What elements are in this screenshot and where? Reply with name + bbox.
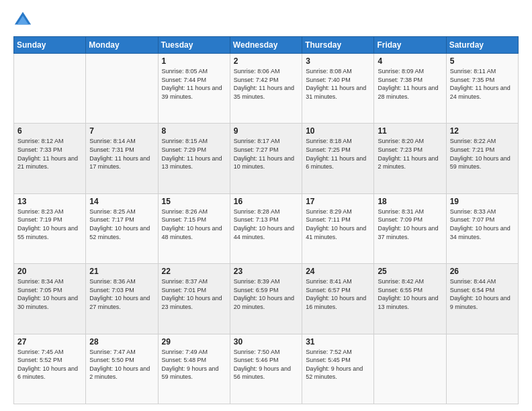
day-info: Sunrise: 8:15 AMSunset: 7:29 PMDaylight:…	[162, 137, 226, 171]
day-info: Sunrise: 8:06 AMSunset: 7:42 PMDaylight:…	[234, 67, 298, 101]
day-info: Sunrise: 8:29 AMSunset: 7:11 PMDaylight:…	[306, 208, 370, 241]
day-info: Sunrise: 8:25 AMSunset: 7:17 PMDaylight:…	[89, 208, 154, 241]
day-cell: 17Sunrise: 8:29 AMSunset: 7:11 PMDayligh…	[302, 193, 374, 263]
day-number: 13	[17, 197, 82, 206]
day-info: Sunrise: 7:50 AMSunset: 5:46 PMDaylight:…	[234, 348, 298, 381]
day-number: 2	[234, 56, 298, 66]
week-row-4: 20Sunrise: 8:34 AMSunset: 7:05 PMDayligh…	[14, 264, 519, 334]
day-info: Sunrise: 8:42 AMSunset: 6:55 PMDaylight:…	[378, 277, 442, 311]
day-cell: 13Sunrise: 8:23 AMSunset: 7:19 PMDayligh…	[14, 193, 86, 263]
day-number: 31	[306, 337, 370, 347]
day-number: 18	[378, 197, 442, 206]
day-info: Sunrise: 8:34 AMSunset: 7:05 PMDaylight:…	[17, 277, 82, 311]
day-info: Sunrise: 8:44 AMSunset: 6:54 PMDaylight:…	[450, 277, 515, 311]
day-number: 7	[89, 126, 154, 136]
day-cell: 8Sunrise: 8:15 AMSunset: 7:29 PMDaylight…	[158, 124, 230, 193]
day-info: Sunrise: 8:08 AMSunset: 7:40 PMDaylight:…	[306, 67, 370, 101]
day-cell	[86, 54, 158, 124]
day-number: 30	[234, 337, 298, 347]
day-number: 19	[450, 197, 515, 206]
day-cell: 5Sunrise: 8:11 AMSunset: 7:35 PMDaylight…	[446, 54, 518, 124]
weekday-thursday: Thursday	[302, 37, 374, 54]
day-number: 10	[306, 126, 370, 136]
day-number: 6	[17, 126, 82, 136]
day-number: 4	[378, 56, 442, 66]
day-cell: 12Sunrise: 8:22 AMSunset: 7:21 PMDayligh…	[446, 124, 518, 193]
logo	[13, 11, 35, 30]
day-number: 14	[89, 197, 154, 206]
weekday-tuesday: Tuesday	[158, 37, 230, 54]
day-cell: 11Sunrise: 8:20 AMSunset: 7:23 PMDayligh…	[374, 124, 446, 193]
day-cell: 3Sunrise: 8:08 AMSunset: 7:40 PMDaylight…	[302, 54, 374, 124]
day-cell	[446, 334, 518, 404]
day-cell: 30Sunrise: 7:50 AMSunset: 5:46 PMDayligh…	[230, 334, 302, 404]
day-number: 17	[306, 197, 370, 206]
day-info: Sunrise: 8:41 AMSunset: 6:57 PMDaylight:…	[306, 277, 370, 311]
day-number: 20	[17, 267, 82, 276]
day-cell: 23Sunrise: 8:39 AMSunset: 6:59 PMDayligh…	[230, 264, 302, 334]
day-cell: 20Sunrise: 8:34 AMSunset: 7:05 PMDayligh…	[14, 264, 86, 334]
day-info: Sunrise: 7:49 AMSunset: 5:48 PMDaylight:…	[162, 348, 226, 381]
day-cell: 31Sunrise: 7:52 AMSunset: 5:45 PMDayligh…	[302, 334, 374, 404]
week-row-2: 6Sunrise: 8:12 AMSunset: 7:33 PMDaylight…	[14, 124, 519, 193]
weekday-friday: Friday	[374, 37, 446, 54]
day-info: Sunrise: 8:14 AMSunset: 7:31 PMDaylight:…	[89, 137, 154, 171]
day-info: Sunrise: 8:12 AMSunset: 7:33 PMDaylight:…	[17, 137, 82, 171]
calendar-table: SundayMondayTuesdayWednesdayThursdayFrid…	[13, 36, 519, 404]
day-number: 8	[162, 126, 226, 136]
day-number: 28	[89, 337, 154, 347]
weekday-monday: Monday	[86, 37, 158, 54]
day-info: Sunrise: 8:31 AMSunset: 7:09 PMDaylight:…	[378, 208, 442, 241]
day-info: Sunrise: 8:20 AMSunset: 7:23 PMDaylight:…	[378, 137, 442, 171]
day-cell: 25Sunrise: 8:42 AMSunset: 6:55 PMDayligh…	[374, 264, 446, 334]
day-info: Sunrise: 8:17 AMSunset: 7:27 PMDaylight:…	[234, 137, 298, 171]
day-cell	[374, 334, 446, 404]
day-info: Sunrise: 8:22 AMSunset: 7:21 PMDaylight:…	[450, 137, 515, 171]
day-cell: 19Sunrise: 8:33 AMSunset: 7:07 PMDayligh…	[446, 193, 518, 263]
day-number: 25	[378, 267, 442, 276]
day-number: 23	[234, 267, 298, 276]
weekday-saturday: Saturday	[446, 37, 518, 54]
day-info: Sunrise: 8:09 AMSunset: 7:38 PMDaylight:…	[378, 67, 442, 101]
day-info: Sunrise: 8:05 AMSunset: 7:44 PMDaylight:…	[162, 67, 226, 101]
day-number: 3	[306, 56, 370, 66]
day-number: 12	[450, 126, 515, 136]
day-cell: 24Sunrise: 8:41 AMSunset: 6:57 PMDayligh…	[302, 264, 374, 334]
day-number: 26	[450, 267, 515, 276]
day-cell: 4Sunrise: 8:09 AMSunset: 7:38 PMDaylight…	[374, 54, 446, 124]
day-info: Sunrise: 8:18 AMSunset: 7:25 PMDaylight:…	[306, 137, 370, 171]
day-info: Sunrise: 8:39 AMSunset: 6:59 PMDaylight:…	[234, 277, 298, 311]
day-info: Sunrise: 8:36 AMSunset: 7:03 PMDaylight:…	[89, 277, 154, 311]
day-info: Sunrise: 8:33 AMSunset: 7:07 PMDaylight:…	[450, 208, 515, 241]
week-row-1: 1Sunrise: 8:05 AMSunset: 7:44 PMDaylight…	[14, 54, 519, 124]
week-row-3: 13Sunrise: 8:23 AMSunset: 7:19 PMDayligh…	[14, 193, 519, 263]
day-info: Sunrise: 8:11 AMSunset: 7:35 PMDaylight:…	[450, 67, 515, 101]
day-number: 5	[450, 56, 515, 66]
day-number: 15	[162, 197, 226, 206]
day-cell: 1Sunrise: 8:05 AMSunset: 7:44 PMDaylight…	[158, 54, 230, 124]
day-cell: 7Sunrise: 8:14 AMSunset: 7:31 PMDaylight…	[86, 124, 158, 193]
week-row-5: 27Sunrise: 7:45 AMSunset: 5:52 PMDayligh…	[14, 334, 519, 404]
day-cell: 28Sunrise: 7:47 AMSunset: 5:50 PMDayligh…	[86, 334, 158, 404]
day-info: Sunrise: 8:23 AMSunset: 7:19 PMDaylight:…	[17, 208, 82, 241]
day-cell: 6Sunrise: 8:12 AMSunset: 7:33 PMDaylight…	[14, 124, 86, 193]
day-cell: 21Sunrise: 8:36 AMSunset: 7:03 PMDayligh…	[86, 264, 158, 334]
logo-icon	[13, 11, 32, 30]
page: SundayMondayTuesdayWednesdayThursdayFrid…	[0, 0, 532, 411]
day-number: 1	[162, 56, 226, 66]
day-number: 22	[162, 267, 226, 276]
weekday-sunday: Sunday	[14, 37, 86, 54]
day-number: 9	[234, 126, 298, 136]
day-cell: 14Sunrise: 8:25 AMSunset: 7:17 PMDayligh…	[86, 193, 158, 263]
weekday-wednesday: Wednesday	[230, 37, 302, 54]
day-cell: 26Sunrise: 8:44 AMSunset: 6:54 PMDayligh…	[446, 264, 518, 334]
day-cell: 2Sunrise: 8:06 AMSunset: 7:42 PMDaylight…	[230, 54, 302, 124]
weekday-header-row: SundayMondayTuesdayWednesdayThursdayFrid…	[14, 37, 519, 54]
day-cell: 15Sunrise: 8:26 AMSunset: 7:15 PMDayligh…	[158, 193, 230, 263]
day-number: 16	[234, 197, 298, 206]
day-number: 24	[306, 267, 370, 276]
day-info: Sunrise: 7:52 AMSunset: 5:45 PMDaylight:…	[306, 348, 370, 381]
day-cell: 9Sunrise: 8:17 AMSunset: 7:27 PMDaylight…	[230, 124, 302, 193]
day-info: Sunrise: 7:45 AMSunset: 5:52 PMDaylight:…	[17, 348, 82, 381]
day-number: 11	[378, 126, 442, 136]
